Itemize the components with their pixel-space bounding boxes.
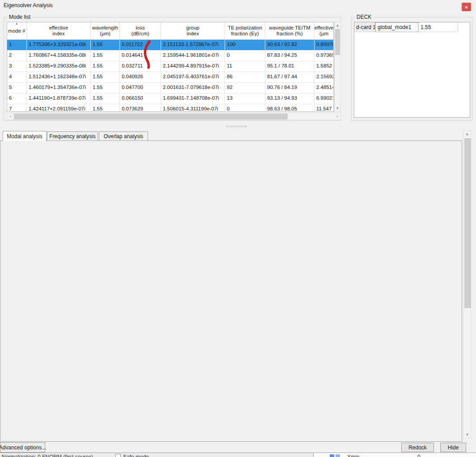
- mode-cell: 1.55: [91, 40, 120, 50]
- mode-cell: 0: [225, 51, 265, 61]
- splitter-handle[interactable]: [226, 125, 247, 128]
- mode-cell: 2.151133-1.572867e-07i: [161, 40, 225, 50]
- mode-cell: 0: [225, 104, 265, 112]
- mode-cell: 90.76 / 84.19: [265, 83, 314, 93]
- mode-cell: 81.67 / 97.44: [265, 72, 314, 82]
- hide-button[interactable]: Hide: [440, 443, 466, 452]
- mode-row-5[interactable]: 51.460179+1.354736e-07i1.550.0477002.001…: [7, 83, 334, 93]
- eigensolver-analysis-window: Eigensolver Analysis × Mode list ∧mode #…: [0, 0, 476, 457]
- mode-cell: 2.045197-5.403761e-07i: [161, 72, 225, 82]
- column-header[interactable]: ∧mode #: [7, 22, 27, 39]
- mode-cell: 1.55: [91, 93, 120, 104]
- mode-cell: 95.1 / 78.01: [265, 61, 314, 72]
- column-header[interactable]: TE polarizationfraction (Ey): [225, 22, 265, 39]
- mode-cell: 86: [225, 72, 265, 82]
- scroll-down-icon[interactable]: ∨: [335, 105, 340, 111]
- mode-row-4[interactable]: 41.512436+1.162348e-07i1.550.0409262.045…: [7, 72, 334, 83]
- tab-overlap-analysis[interactable]: Overlap analysis: [99, 131, 148, 140]
- mode-cell: 1.460179+1.354736e-07i: [27, 83, 91, 93]
- mode-list-legend: Mode list: [7, 14, 32, 20]
- red-annotation-stroke: [140, 39, 155, 70]
- scroll-left-icon[interactable]: ‹: [8, 114, 13, 119]
- mode-row-1[interactable]: 11.775306+3.329321e-08i1.550.0117222.151…: [7, 40, 334, 51]
- tab-frequency-analysis[interactable]: Frequency analysis: [47, 131, 98, 140]
- background-xmin-label: Xmin: [347, 454, 359, 457]
- mode-cell: 1.506015-4.311190e-07i: [161, 104, 225, 112]
- deck-cell-dcard[interactable]: d-card 1: [354, 22, 375, 32]
- mode-cell: 90.63 / 92.82: [265, 40, 314, 50]
- mode-table-vscrollbar[interactable]: ∧ ∨: [334, 22, 341, 112]
- mode-row-3[interactable]: 31.523385+9.290335e-08i1.550.0327112.144…: [7, 61, 334, 72]
- mode-table-header: ∧mode #effectiveindexwavelength(μm)loss(…: [7, 22, 334, 40]
- column-header[interactable]: wavelength(μm): [91, 22, 120, 39]
- background-xmin-value: 0: [417, 454, 421, 457]
- scroll-up-icon[interactable]: ∧: [335, 23, 340, 29]
- deck-cell-mode-name[interactable]: global_mode1: [375, 22, 419, 32]
- column-header[interactable]: effectiveindex: [27, 22, 91, 39]
- window-title: Eigensolver Analysis: [4, 2, 53, 8]
- mode-cell: 100: [225, 40, 265, 50]
- background-blue-icon: [336, 454, 340, 457]
- mode-cell: 1.512436+1.162348e-07i: [27, 72, 91, 82]
- redock-button[interactable]: Redock: [401, 443, 434, 452]
- column-header[interactable]: loss(dB/cm): [120, 22, 161, 39]
- pane-vscrollbar[interactable]: ∧ ∨: [463, 131, 471, 438]
- mode-cell: 0.040926: [120, 72, 161, 82]
- mode-cell: 1.55: [91, 61, 120, 72]
- column-header[interactable]: groupindex: [161, 22, 225, 39]
- mode-cell: 4: [7, 72, 27, 82]
- sort-asc-icon: ∧: [16, 22, 18, 26]
- mode-cell: 6: [7, 93, 27, 104]
- close-button[interactable]: ×: [462, 3, 471, 11]
- column-header[interactable]: waveguide TE/TMfraction (%): [265, 22, 314, 39]
- tab-content-panel: [0, 140, 462, 442]
- hscroll-thumb[interactable]: [14, 114, 288, 119]
- mode-cell: 0.073629: [120, 104, 161, 112]
- mode-cell: 92: [225, 83, 265, 93]
- mode-cell: 0.899706: [314, 40, 334, 50]
- scroll-down-icon[interactable]: ∨: [464, 432, 470, 437]
- mode-row-6[interactable]: 61.441190+1.878739e-07i1.550.0661501.699…: [7, 93, 334, 104]
- mode-cell: 13: [225, 93, 265, 104]
- mode-cell: 7: [7, 104, 27, 112]
- mode-table-hscrollbar[interactable]: ‹ ›: [7, 113, 341, 120]
- deck-cell-wavelength[interactable]: 1.55: [419, 22, 458, 32]
- scroll-right-icon[interactable]: ›: [334, 114, 340, 119]
- mode-table-body: 11.775306+3.329321e-08i1.550.0117222.151…: [7, 40, 334, 112]
- mode-cell: 1.775306+3.329321e-08i: [27, 40, 91, 50]
- mode-list-groupbox: Mode list ∧mode #effectiveindexwavelengt…: [4, 17, 341, 121]
- mode-cell: 6.99021: [314, 93, 334, 104]
- background-checkbox: [115, 454, 121, 457]
- vscroll-thumb[interactable]: [335, 29, 340, 55]
- background-text: Normalization: 0 FNORM (first source): [2, 454, 93, 457]
- mode-row-2[interactable]: 21.760867+4.158335e-08i1.550.0146412.159…: [7, 51, 334, 61]
- mode-row-7[interactable]: 71.424117+2.091159e-07i1.550.0736291.506…: [7, 104, 334, 112]
- mode-cell: 1.55: [91, 51, 120, 61]
- mode-cell: 0.973656: [314, 51, 334, 61]
- mode-cell: 5: [7, 83, 27, 93]
- mode-cell: 93.13 / 94.93: [265, 93, 314, 104]
- mode-cell: 1.55: [91, 83, 120, 93]
- advanced-options-button[interactable]: Advanced options...: [0, 442, 45, 453]
- mode-cell: 1.441190+1.878739e-07i: [27, 93, 91, 104]
- mode-cell: 1.424117+2.091159e-07i: [27, 104, 91, 112]
- deck-legend: DECK: [355, 14, 373, 20]
- mode-cell: 87.83 / 94.25: [265, 51, 314, 61]
- mode-cell: 0.066150: [120, 93, 161, 104]
- mode-table: ∧mode #effectiveindexwavelength(μm)loss(…: [7, 22, 334, 112]
- mode-cell: 1.760867+4.158335e-08i: [27, 51, 91, 61]
- mode-cell: 11.547: [314, 104, 334, 112]
- mode-cell: 1.699431-7.148708e-07i: [161, 93, 225, 104]
- column-header[interactable]: effective(μm: [314, 22, 334, 39]
- mode-cell: 11: [225, 61, 265, 72]
- scroll-up-icon[interactable]: ∧: [464, 131, 470, 137]
- mode-cell: 2.15692: [314, 72, 334, 82]
- tab-modal-analysis[interactable]: Modal analysis: [3, 131, 47, 141]
- pane-vscroll-thumb[interactable]: [464, 138, 471, 308]
- mode-cell: 2.144299-4.897915e-07i: [161, 61, 225, 72]
- mode-cell: 1.55: [91, 104, 120, 112]
- mode-cell: 2.159544-1.961801e-07i: [161, 51, 225, 61]
- mode-cell: 1.55: [91, 72, 120, 82]
- mode-cell: 2.48514: [314, 83, 334, 93]
- deck-groupbox: DECK d-card 1 global_mode1 1.55: [351, 17, 472, 121]
